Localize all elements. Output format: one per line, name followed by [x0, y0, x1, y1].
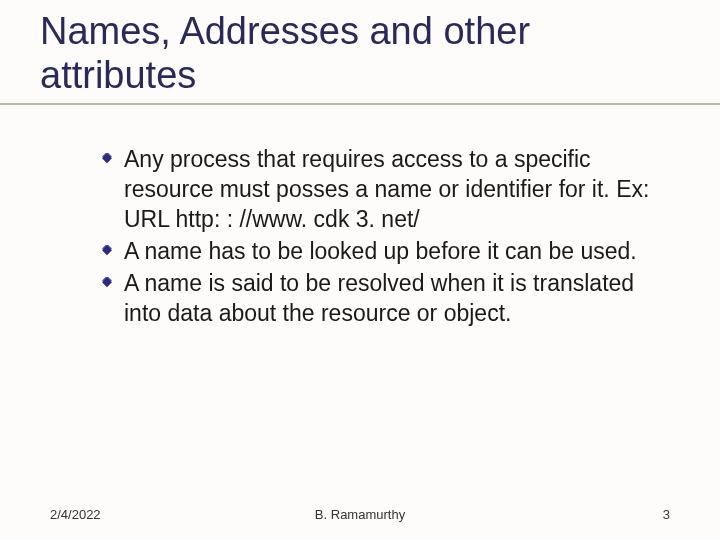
diamond-icon [100, 153, 114, 167]
content-area: Any process that requires access to a sp… [40, 145, 680, 328]
footer-date: 2/4/2022 [50, 507, 101, 522]
bullet-text: A name has to be looked up before it can… [124, 237, 637, 267]
svg-rect-3 [102, 245, 112, 255]
bullet-item: A name has to be looked up before it can… [100, 237, 650, 267]
diamond-icon [100, 277, 114, 291]
bullet-item: A name is said to be resolved when it is… [100, 269, 650, 329]
slide-footer: 2/4/2022 B. Ramamurthy 3 [0, 507, 720, 522]
footer-page-number: 3 [663, 507, 670, 522]
footer-author: B. Ramamurthy [315, 507, 405, 522]
bullet-item: Any process that requires access to a sp… [100, 145, 650, 235]
svg-rect-1 [102, 154, 112, 164]
bullet-text: A name is said to be resolved when it is… [124, 269, 650, 329]
svg-rect-5 [102, 277, 112, 287]
bullet-text: Any process that requires access to a sp… [124, 145, 650, 235]
diamond-icon [100, 245, 114, 259]
slide-container: Names, Addresses and other attributes An… [0, 0, 720, 540]
slide-title: Names, Addresses and other attributes [40, 10, 680, 97]
title-underline [0, 103, 720, 105]
